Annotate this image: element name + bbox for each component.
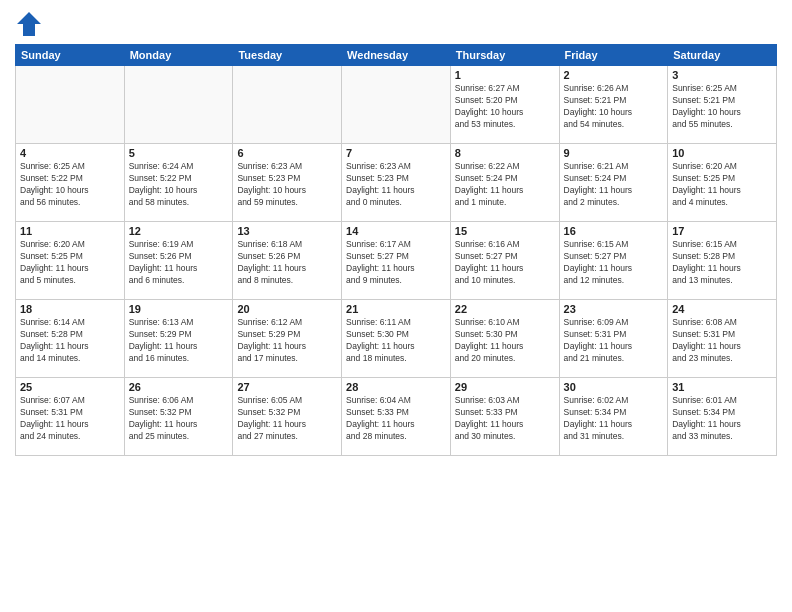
day-info: Sunrise: 6:01 AMSunset: 5:34 PMDaylight:… [672, 395, 772, 443]
day-number: 10 [672, 147, 772, 159]
day-number: 29 [455, 381, 555, 393]
calendar-header-row: SundayMondayTuesdayWednesdayThursdayFrid… [16, 45, 777, 66]
calendar-week-row: 1Sunrise: 6:27 AMSunset: 5:20 PMDaylight… [16, 66, 777, 144]
calendar-cell: 30Sunrise: 6:02 AMSunset: 5:34 PMDayligh… [559, 378, 668, 456]
calendar-cell: 11Sunrise: 6:20 AMSunset: 5:25 PMDayligh… [16, 222, 125, 300]
day-info: Sunrise: 6:23 AMSunset: 5:23 PMDaylight:… [237, 161, 337, 209]
day-number: 17 [672, 225, 772, 237]
calendar-cell: 2Sunrise: 6:26 AMSunset: 5:21 PMDaylight… [559, 66, 668, 144]
calendar-cell: 1Sunrise: 6:27 AMSunset: 5:20 PMDaylight… [450, 66, 559, 144]
day-number: 27 [237, 381, 337, 393]
logo-icon [15, 10, 43, 38]
calendar-cell: 25Sunrise: 6:07 AMSunset: 5:31 PMDayligh… [16, 378, 125, 456]
day-number: 2 [564, 69, 664, 81]
day-info: Sunrise: 6:14 AMSunset: 5:28 PMDaylight:… [20, 317, 120, 365]
day-number: 13 [237, 225, 337, 237]
calendar-table: SundayMondayTuesdayWednesdayThursdayFrid… [15, 44, 777, 456]
day-number: 24 [672, 303, 772, 315]
day-number: 9 [564, 147, 664, 159]
calendar-cell: 13Sunrise: 6:18 AMSunset: 5:26 PMDayligh… [233, 222, 342, 300]
day-info: Sunrise: 6:03 AMSunset: 5:33 PMDaylight:… [455, 395, 555, 443]
calendar-week-row: 25Sunrise: 6:07 AMSunset: 5:31 PMDayligh… [16, 378, 777, 456]
calendar-cell: 12Sunrise: 6:19 AMSunset: 5:26 PMDayligh… [124, 222, 233, 300]
day-header-monday: Monday [124, 45, 233, 66]
logo [15, 10, 47, 38]
day-info: Sunrise: 6:07 AMSunset: 5:31 PMDaylight:… [20, 395, 120, 443]
day-info: Sunrise: 6:20 AMSunset: 5:25 PMDaylight:… [672, 161, 772, 209]
day-info: Sunrise: 6:15 AMSunset: 5:28 PMDaylight:… [672, 239, 772, 287]
calendar-cell: 18Sunrise: 6:14 AMSunset: 5:28 PMDayligh… [16, 300, 125, 378]
calendar-cell: 17Sunrise: 6:15 AMSunset: 5:28 PMDayligh… [668, 222, 777, 300]
day-info: Sunrise: 6:08 AMSunset: 5:31 PMDaylight:… [672, 317, 772, 365]
day-number: 26 [129, 381, 229, 393]
day-number: 5 [129, 147, 229, 159]
day-number: 31 [672, 381, 772, 393]
day-number: 3 [672, 69, 772, 81]
day-info: Sunrise: 6:02 AMSunset: 5:34 PMDaylight:… [564, 395, 664, 443]
day-number: 11 [20, 225, 120, 237]
day-number: 20 [237, 303, 337, 315]
calendar-week-row: 18Sunrise: 6:14 AMSunset: 5:28 PMDayligh… [16, 300, 777, 378]
day-info: Sunrise: 6:25 AMSunset: 5:22 PMDaylight:… [20, 161, 120, 209]
day-number: 23 [564, 303, 664, 315]
calendar-cell: 5Sunrise: 6:24 AMSunset: 5:22 PMDaylight… [124, 144, 233, 222]
calendar-cell: 6Sunrise: 6:23 AMSunset: 5:23 PMDaylight… [233, 144, 342, 222]
day-info: Sunrise: 6:05 AMSunset: 5:32 PMDaylight:… [237, 395, 337, 443]
calendar-cell: 15Sunrise: 6:16 AMSunset: 5:27 PMDayligh… [450, 222, 559, 300]
day-info: Sunrise: 6:23 AMSunset: 5:23 PMDaylight:… [346, 161, 446, 209]
day-info: Sunrise: 6:27 AMSunset: 5:20 PMDaylight:… [455, 83, 555, 131]
calendar-cell: 22Sunrise: 6:10 AMSunset: 5:30 PMDayligh… [450, 300, 559, 378]
day-info: Sunrise: 6:13 AMSunset: 5:29 PMDaylight:… [129, 317, 229, 365]
calendar-cell: 10Sunrise: 6:20 AMSunset: 5:25 PMDayligh… [668, 144, 777, 222]
calendar-cell: 26Sunrise: 6:06 AMSunset: 5:32 PMDayligh… [124, 378, 233, 456]
day-info: Sunrise: 6:25 AMSunset: 5:21 PMDaylight:… [672, 83, 772, 131]
calendar-cell: 7Sunrise: 6:23 AMSunset: 5:23 PMDaylight… [342, 144, 451, 222]
calendar-cell: 16Sunrise: 6:15 AMSunset: 5:27 PMDayligh… [559, 222, 668, 300]
day-header-tuesday: Tuesday [233, 45, 342, 66]
calendar-cell: 21Sunrise: 6:11 AMSunset: 5:30 PMDayligh… [342, 300, 451, 378]
day-info: Sunrise: 6:24 AMSunset: 5:22 PMDaylight:… [129, 161, 229, 209]
calendar-cell: 27Sunrise: 6:05 AMSunset: 5:32 PMDayligh… [233, 378, 342, 456]
day-info: Sunrise: 6:11 AMSunset: 5:30 PMDaylight:… [346, 317, 446, 365]
calendar-cell: 9Sunrise: 6:21 AMSunset: 5:24 PMDaylight… [559, 144, 668, 222]
day-info: Sunrise: 6:22 AMSunset: 5:24 PMDaylight:… [455, 161, 555, 209]
day-number: 30 [564, 381, 664, 393]
day-info: Sunrise: 6:09 AMSunset: 5:31 PMDaylight:… [564, 317, 664, 365]
calendar-week-row: 4Sunrise: 6:25 AMSunset: 5:22 PMDaylight… [16, 144, 777, 222]
calendar-cell [342, 66, 451, 144]
day-number: 12 [129, 225, 229, 237]
calendar-cell: 29Sunrise: 6:03 AMSunset: 5:33 PMDayligh… [450, 378, 559, 456]
calendar-cell: 8Sunrise: 6:22 AMSunset: 5:24 PMDaylight… [450, 144, 559, 222]
day-number: 21 [346, 303, 446, 315]
svg-marker-0 [17, 12, 41, 36]
day-info: Sunrise: 6:19 AMSunset: 5:26 PMDaylight:… [129, 239, 229, 287]
calendar-cell: 4Sunrise: 6:25 AMSunset: 5:22 PMDaylight… [16, 144, 125, 222]
calendar-cell: 23Sunrise: 6:09 AMSunset: 5:31 PMDayligh… [559, 300, 668, 378]
day-number: 1 [455, 69, 555, 81]
day-info: Sunrise: 6:21 AMSunset: 5:24 PMDaylight:… [564, 161, 664, 209]
day-header-saturday: Saturday [668, 45, 777, 66]
calendar-cell: 31Sunrise: 6:01 AMSunset: 5:34 PMDayligh… [668, 378, 777, 456]
calendar-cell [124, 66, 233, 144]
day-info: Sunrise: 6:10 AMSunset: 5:30 PMDaylight:… [455, 317, 555, 365]
calendar-cell: 3Sunrise: 6:25 AMSunset: 5:21 PMDaylight… [668, 66, 777, 144]
calendar-cell: 20Sunrise: 6:12 AMSunset: 5:29 PMDayligh… [233, 300, 342, 378]
day-number: 7 [346, 147, 446, 159]
day-info: Sunrise: 6:04 AMSunset: 5:33 PMDaylight:… [346, 395, 446, 443]
page: SundayMondayTuesdayWednesdayThursdayFrid… [0, 0, 792, 612]
day-info: Sunrise: 6:18 AMSunset: 5:26 PMDaylight:… [237, 239, 337, 287]
day-info: Sunrise: 6:06 AMSunset: 5:32 PMDaylight:… [129, 395, 229, 443]
calendar-cell [233, 66, 342, 144]
day-number: 8 [455, 147, 555, 159]
day-number: 6 [237, 147, 337, 159]
calendar-cell: 19Sunrise: 6:13 AMSunset: 5:29 PMDayligh… [124, 300, 233, 378]
day-info: Sunrise: 6:26 AMSunset: 5:21 PMDaylight:… [564, 83, 664, 131]
day-number: 19 [129, 303, 229, 315]
day-info: Sunrise: 6:20 AMSunset: 5:25 PMDaylight:… [20, 239, 120, 287]
calendar-cell [16, 66, 125, 144]
day-info: Sunrise: 6:16 AMSunset: 5:27 PMDaylight:… [455, 239, 555, 287]
day-header-wednesday: Wednesday [342, 45, 451, 66]
calendar-week-row: 11Sunrise: 6:20 AMSunset: 5:25 PMDayligh… [16, 222, 777, 300]
day-number: 16 [564, 225, 664, 237]
header [15, 10, 777, 38]
